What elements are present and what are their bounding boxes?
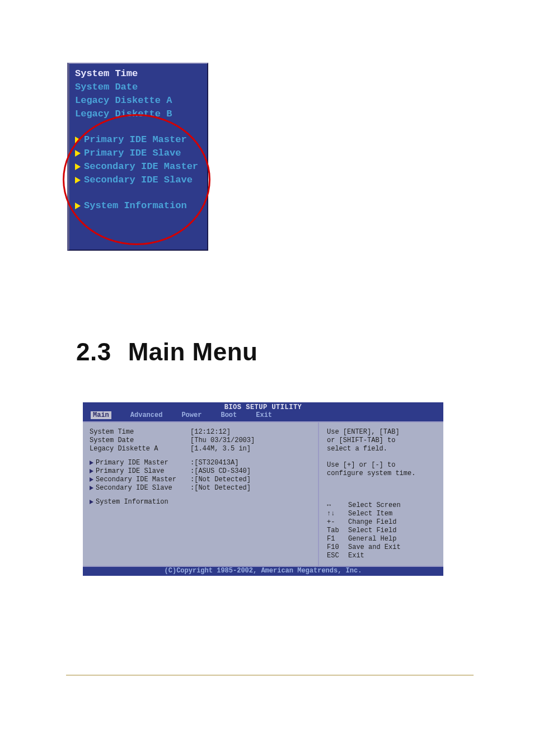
key: ↔ bbox=[327, 501, 348, 510]
menu-legacy-diskette-a[interactable]: Legacy Diskette A bbox=[75, 95, 172, 106]
key-desc: Select Field bbox=[348, 527, 396, 535]
key: Tab bbox=[327, 527, 348, 535]
ide-value: :[ST320413A] bbox=[190, 459, 238, 467]
submenu-arrow-icon bbox=[90, 486, 93, 490]
submenu-secondary-ide-slave[interactable]: Secondary IDE Slave bbox=[84, 175, 193, 185]
ide-value: :[Not Detected] bbox=[190, 476, 251, 484]
key-desc: General Help bbox=[348, 535, 396, 543]
submenu-system-information-label: System Information bbox=[96, 498, 168, 506]
submenu-arrow-icon bbox=[75, 203, 81, 209]
key: F10 bbox=[327, 543, 348, 552]
submenu-row[interactable]: System Information bbox=[90, 498, 313, 506]
bios-copyright: (C)Copyright 1985-2002, American Megatre… bbox=[83, 566, 443, 576]
ide-label: Secondary IDE Master bbox=[96, 476, 176, 483]
submenu-arrow-icon bbox=[90, 477, 93, 482]
key-desc: Select Item bbox=[348, 510, 392, 518]
bios-utility-screenshot: BIOS SETUP UTILITY MainAdvancedPowerBoot… bbox=[83, 402, 443, 576]
submenu-arrow-icon bbox=[75, 137, 81, 143]
menu-system-time[interactable]: System Time bbox=[75, 68, 138, 79]
key-legend: ↔Select Screen ↑↓Select Item +-Change Fi… bbox=[327, 501, 438, 560]
bios-closeup-panel: System Time System Date Legacy Diskette … bbox=[67, 63, 208, 251]
submenu-primary-ide-master[interactable]: Primary IDE Master bbox=[84, 134, 187, 145]
key: ESC bbox=[327, 552, 348, 560]
field-system-date-value[interactable]: [Thu 03/31/2003] bbox=[190, 436, 255, 445]
key: +- bbox=[327, 518, 348, 527]
ide-label: Secondary IDE Slave bbox=[96, 484, 172, 492]
submenu-arrow-icon bbox=[90, 461, 93, 465]
submenu-arrow-icon bbox=[75, 163, 81, 170]
key: F1 bbox=[327, 535, 348, 543]
submenu-arrow-icon bbox=[90, 500, 93, 504]
key-desc: Save and Exit bbox=[348, 543, 401, 552]
section-number: 2.3 bbox=[76, 338, 111, 365]
tab-exit[interactable]: Exit bbox=[256, 411, 272, 419]
submenu-system-information[interactable]: System Information bbox=[84, 200, 187, 211]
key: ↑↓ bbox=[327, 510, 348, 518]
submenu-row[interactable]: Secondary IDE Slave :[Not Detected] bbox=[90, 484, 313, 492]
bios-main-panel: System Time [12:12:12] System Date [Thu … bbox=[83, 422, 319, 566]
ide-value: :[Not Detected] bbox=[190, 484, 251, 492]
section-title: Main Menu bbox=[128, 338, 258, 365]
submenu-row[interactable]: Primary IDE Slave :[ASUS CD-S340] bbox=[90, 467, 313, 476]
menu-legacy-diskette-b[interactable]: Legacy Diskette B bbox=[75, 109, 172, 119]
tab-advanced[interactable]: Advanced bbox=[130, 411, 163, 419]
field-system-date-label: System Date bbox=[90, 436, 190, 445]
help-text-2: Use [+] or [-] to configure system time. bbox=[327, 461, 438, 478]
ide-label: Primary IDE Slave bbox=[96, 467, 164, 475]
ide-value: :[ASUS CD-S340] bbox=[190, 467, 251, 476]
field-system-time-label: System Time bbox=[90, 428, 190, 436]
ide-label: Primary IDE Master bbox=[96, 459, 168, 467]
help-text-1: Use [ENTER], [TAB] or [SHIFT-TAB] to sel… bbox=[327, 428, 438, 453]
bios-menu-bar: MainAdvancedPowerBootExit bbox=[83, 411, 443, 421]
submenu-row[interactable]: Primary IDE Master :[ST320413A] bbox=[90, 459, 313, 467]
field-legacy-diskette-a-label: Legacy Diskette A bbox=[90, 445, 190, 453]
footer-divider bbox=[66, 675, 474, 675]
tab-main[interactable]: Main bbox=[91, 411, 111, 419]
section-heading: 2.3Main Menu bbox=[76, 338, 258, 366]
key-desc: Select Screen bbox=[348, 501, 401, 510]
menu-system-date[interactable]: System Date bbox=[75, 82, 138, 92]
field-legacy-diskette-a-value[interactable]: [1.44M, 3.5 in] bbox=[190, 445, 251, 453]
tab-boot[interactable]: Boot bbox=[221, 411, 237, 419]
tab-power[interactable]: Power bbox=[181, 411, 202, 419]
submenu-primary-ide-slave[interactable]: Primary IDE Slave bbox=[84, 148, 181, 158]
bios-title: BIOS SETUP UTILITY bbox=[83, 402, 443, 411]
submenu-secondary-ide-master[interactable]: Secondary IDE Master bbox=[84, 161, 198, 172]
submenu-row[interactable]: Secondary IDE Master :[Not Detected] bbox=[90, 476, 313, 484]
key-desc: Exit bbox=[348, 552, 364, 560]
submenu-arrow-icon bbox=[75, 177, 81, 184]
field-system-time-value[interactable]: [12:12:12] bbox=[190, 428, 231, 436]
bios-help-panel: Use [ENTER], [TAB] or [SHIFT-TAB] to sel… bbox=[319, 422, 443, 566]
submenu-arrow-icon bbox=[90, 469, 93, 473]
submenu-arrow-icon bbox=[75, 150, 81, 157]
key-desc: Change Field bbox=[348, 518, 396, 527]
